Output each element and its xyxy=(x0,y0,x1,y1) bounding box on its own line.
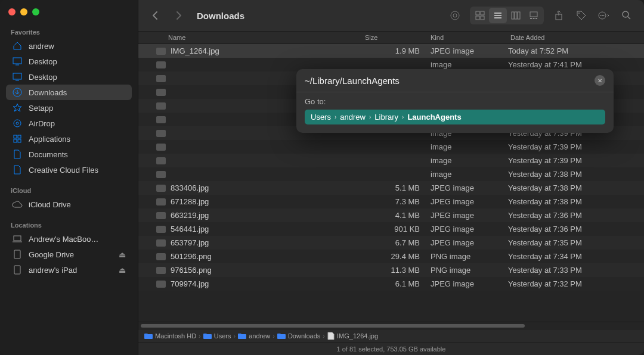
close-icon[interactable] xyxy=(8,8,16,15)
table-row[interactable]: imageYesterday at 7:38 PM xyxy=(138,167,644,181)
file-name: 546441.jpg xyxy=(171,225,209,233)
table-row[interactable]: 501296.png29.4 MBPNG imageYesterday at 7… xyxy=(138,250,644,263)
svg-rect-9 xyxy=(14,139,17,142)
desktop-icon xyxy=(12,56,23,67)
svg-rect-25 xyxy=(515,12,517,19)
file-kind: JPEG image xyxy=(431,183,508,192)
minimize-icon[interactable] xyxy=(20,8,27,15)
table-row[interactable]: imageYesterday at 7:39 PM xyxy=(138,154,644,167)
airdrop-icon[interactable] xyxy=(447,8,463,23)
search-button[interactable] xyxy=(619,8,634,23)
toolbar: Downloads xyxy=(138,0,644,31)
file-date: Yesterday at 7:33 PM xyxy=(508,266,644,275)
file-thumbnail-icon xyxy=(156,89,166,96)
sidebar-item-airdrop[interactable]: AirDrop xyxy=(6,116,132,131)
sidebar-item-andrew-s-ipad[interactable]: andrew's iPad⏏ xyxy=(6,262,132,278)
section-favorites: Favorites xyxy=(6,25,132,38)
star-icon xyxy=(12,102,23,113)
path-segment[interactable]: Users xyxy=(214,332,231,340)
doc-icon xyxy=(12,164,23,175)
svg-rect-19 xyxy=(476,16,479,20)
path-segment[interactable]: Macintosh HD xyxy=(155,332,196,340)
goto-dialog: ✕ Go to: Users›andrew›Library›LaunchAgen… xyxy=(296,69,614,133)
chevron-right-icon: › xyxy=(323,332,325,340)
file-date: Yesterday at 7:38 PM xyxy=(508,197,644,206)
file-name: 976156.png xyxy=(171,266,212,275)
share-button[interactable] xyxy=(551,8,566,23)
sidebar-item-setapp[interactable]: Setapp xyxy=(6,100,132,116)
sidebar-item-google-drive[interactable]: Google Drive⏏ xyxy=(6,247,132,262)
path-segment[interactable]: Downloads xyxy=(288,332,320,340)
sidebar-item-andrew-s-macboo-[interactable]: Andrew's MacBoo… xyxy=(6,231,132,247)
icon-view-button[interactable] xyxy=(471,8,489,23)
sidebar-item-icloud-drive[interactable]: iCloud Drive xyxy=(6,197,132,212)
path-segment[interactable]: IMG_1264.jpg xyxy=(337,332,378,340)
list-view-button[interactable] xyxy=(489,8,507,23)
downloads-icon xyxy=(12,87,23,98)
file-thumbnail-icon xyxy=(156,102,166,110)
file-size: 29.4 MB xyxy=(365,252,431,261)
scroll-thumb[interactable] xyxy=(141,324,525,328)
header-kind[interactable]: Kind xyxy=(431,34,508,41)
table-row[interactable]: IMG_1264.jpg1.9 MBJPEG imageToday at 7:5… xyxy=(138,44,644,58)
suggestion-segment: Library xyxy=(374,113,398,122)
file-name: 501296.png xyxy=(171,252,212,261)
table-row[interactable]: imageYesterday at 7:39 PM xyxy=(138,140,644,154)
action-menu-button[interactable] xyxy=(596,8,612,23)
table-row[interactable]: 976156.png11.3 MBPNG imageYesterday at 7… xyxy=(138,263,644,277)
forward-button[interactable] xyxy=(171,8,186,23)
traffic-lights xyxy=(6,5,132,25)
sidebar-item-label: Google Drive xyxy=(29,250,74,259)
file-thumbnail-icon xyxy=(156,239,166,247)
sidebar-item-label: Creative Cloud Files xyxy=(29,166,98,175)
table-row[interactable]: 833406.jpg5.1 MBJPEG imageYesterday at 7… xyxy=(138,181,644,195)
table-row[interactable]: 653797.jpg6.7 MBJPEG imageYesterday at 7… xyxy=(138,236,644,250)
goto-suggestion[interactable]: Users›andrew›Library›LaunchAgents xyxy=(305,110,605,124)
sidebar-item-downloads[interactable]: Downloads xyxy=(6,85,132,100)
sidebar-item-label: Setapp xyxy=(29,104,53,113)
eject-icon[interactable]: ⏏ xyxy=(119,266,126,275)
header-date[interactable]: Date Added xyxy=(508,34,644,41)
sidebar: Favorites andrewDesktopDesktopDownloadsS… xyxy=(0,0,138,355)
header-size[interactable]: Size xyxy=(365,34,431,41)
svg-rect-17 xyxy=(476,11,479,15)
table-row[interactable]: 709974.jpg6.1 MBJPEG imageYesterday at 7… xyxy=(138,277,644,291)
gallery-view-button[interactable] xyxy=(525,8,543,23)
sidebar-item-label: AirDrop xyxy=(29,119,55,128)
sidebar-item-desktop[interactable]: Desktop xyxy=(6,54,132,69)
file-thumbnail-icon xyxy=(156,281,166,288)
table-row[interactable]: 546441.jpg901 KBJPEG imageYesterday at 7… xyxy=(138,222,644,236)
zoom-icon[interactable] xyxy=(32,8,39,15)
table-row[interactable]: 671288.jpg7.3 MBJPEG imageYesterday at 7… xyxy=(138,195,644,208)
sidebar-item-documents[interactable]: Documents xyxy=(6,147,132,162)
file-thumbnail-icon xyxy=(156,267,166,274)
svg-point-15 xyxy=(451,11,459,20)
sidebar-item-creative-cloud-files[interactable]: Creative Cloud Files xyxy=(6,162,132,178)
section-icloud: iCloud xyxy=(6,183,132,197)
table-row[interactable]: 663219.jpg4.1 MBJPEG imageYesterday at 7… xyxy=(138,208,644,222)
back-button[interactable] xyxy=(148,8,163,23)
main-content: Downloads xyxy=(138,0,644,355)
file-name: IMG_1264.jpg xyxy=(171,46,219,55)
clear-icon[interactable]: ✕ xyxy=(595,75,605,86)
suggestion-segment: andrew xyxy=(340,113,366,122)
column-view-button[interactable] xyxy=(507,8,525,23)
header-name[interactable]: Name xyxy=(138,34,365,41)
svg-line-38 xyxy=(628,17,630,19)
svg-rect-2 xyxy=(13,73,21,79)
sidebar-item-applications[interactable]: Applications xyxy=(6,131,132,147)
svg-point-36 xyxy=(603,15,605,16)
sidebar-item-andrew[interactable]: andrew xyxy=(6,38,132,54)
horizontal-scrollbar[interactable] xyxy=(138,322,644,329)
sidebar-item-desktop[interactable]: Desktop xyxy=(6,69,132,85)
eject-icon[interactable]: ⏏ xyxy=(119,250,126,259)
tags-button[interactable] xyxy=(574,8,589,23)
finder-window: Favorites andrewDesktopDesktopDownloadsS… xyxy=(0,0,644,355)
file-size: 7.3 MB xyxy=(365,197,431,206)
svg-rect-26 xyxy=(518,12,520,19)
file-size: 4.1 MB xyxy=(365,211,431,220)
path-segment[interactable]: andrew xyxy=(249,332,270,340)
goto-label: Go to: xyxy=(305,97,605,106)
goto-input[interactable] xyxy=(305,76,595,86)
file-date: Yesterday at 7:36 PM xyxy=(508,211,644,220)
